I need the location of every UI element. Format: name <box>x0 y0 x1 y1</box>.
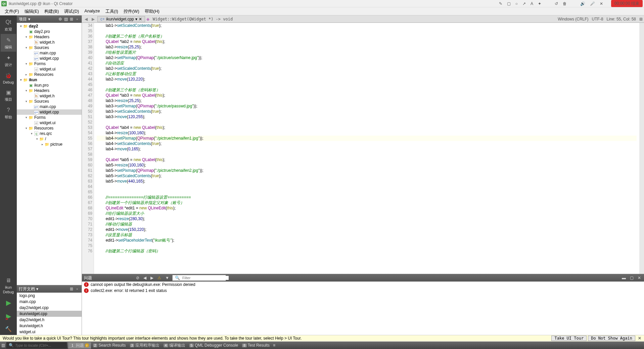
run-debug-button[interactable]: ▶🐞 <box>6 309 11 323</box>
split-icon[interactable]: ⊞ <box>69 287 74 291</box>
tree-item[interactable]: ▾res.qrc <box>17 131 82 136</box>
open-doc-item[interactable]: widget.ui <box>17 329 82 335</box>
output-tab[interactable]: 4编译输出 <box>162 342 187 349</box>
mode-项目[interactable]: ▣项目 <box>1 86 16 104</box>
pencil-icon[interactable]: ✎ <box>499 1 502 6</box>
code-editor[interactable]: 3435363738394041424344454647484950515253… <box>82 23 644 274</box>
menu-item[interactable]: 工具(I) <box>103 8 121 15</box>
tree-item[interactable]: ▾Sources <box>17 99 82 104</box>
mode-欢迎[interactable]: Qt欢迎 <box>1 16 16 34</box>
tree-item[interactable]: ▸pictrue <box>17 142 82 147</box>
tree-item[interactable]: widget.cpp <box>17 56 82 61</box>
chevron-icon[interactable]: ▾ <box>24 46 28 49</box>
tree-item[interactable]: ▾Resources <box>17 126 82 131</box>
close-panel-icon[interactable]: ▫ <box>75 17 80 21</box>
tree-item[interactable]: ikun.pro <box>17 83 82 88</box>
nav-forward-icon[interactable]: ▶ <box>90 17 96 21</box>
issue-item[interactable]: !collect2.exe: error: ld returned 1 exit… <box>82 288 644 294</box>
file-tab[interactable]: c+ ikun/widget.cpp ▾ ✕ <box>97 16 145 22</box>
menu-item[interactable]: Analyze <box>82 8 102 15</box>
warning-filter-icon[interactable]: ⚠ <box>156 276 162 280</box>
mode-帮助[interactable]: ?帮助 <box>1 104 16 122</box>
open-doc-item[interactable]: ikun/widget.h <box>17 323 82 329</box>
wand-icon[interactable]: ✦ <box>538 1 541 6</box>
tree-item[interactable]: main.cpp <box>17 50 82 56</box>
maximize-icon[interactable]: ▢ <box>629 276 635 280</box>
close-infobar-icon[interactable]: ✕ <box>638 336 641 341</box>
tree-item[interactable]: ▾/ <box>17 136 82 142</box>
output-tab[interactable]: 5QML Debugger Console <box>187 342 240 349</box>
prev-issue-icon[interactable]: ◀ <box>142 276 147 280</box>
tree-item[interactable]: ▾ikun <box>17 77 82 83</box>
next-issue-icon[interactable]: ▶ <box>149 276 154 280</box>
tree-item[interactable]: ▸Resources <box>17 72 82 77</box>
chevron-icon[interactable]: ▾ <box>24 100 28 103</box>
menu-item[interactable]: 构建(B) <box>42 8 61 15</box>
tree-item[interactable]: widget.ui <box>17 120 82 126</box>
issue-item[interactable]: !cannot open output file debug\ikun.exe:… <box>82 282 644 288</box>
menu-item[interactable]: 编辑(E) <box>22 8 42 15</box>
tree-item[interactable]: ▾Forms <box>17 115 82 120</box>
chevron-icon[interactable]: ▾ <box>19 78 23 82</box>
target-selector[interactable]: 🖥 ikun Debug <box>1 275 16 296</box>
filter-input[interactable]: 🔍 <box>172 275 226 281</box>
tree-item[interactable]: widget.h <box>17 40 82 45</box>
tree-item[interactable]: ▾Headers <box>17 34 82 40</box>
open-doc-item[interactable]: ikun/widget.cpp <box>17 311 82 317</box>
split-editor-icon[interactable]: ⊞ <box>639 17 643 21</box>
chevron-icon[interactable]: ▾ <box>24 116 28 119</box>
more-icon[interactable]: ≡ <box>273 343 275 348</box>
menu-item[interactable]: 调试(D) <box>61 8 82 15</box>
end-recording-button[interactable]: 00:00:00 结束 <box>611 0 643 7</box>
circle-icon[interactable]: ○ <box>515 1 518 6</box>
code-content[interactable]: lab1->setScaledContents(true); //创建第二个标签… <box>94 23 639 274</box>
output-tab[interactable]: 3应用程序输出 <box>128 342 162 349</box>
scrollbar[interactable] <box>639 23 644 274</box>
locator[interactable]: 🔍 <box>6 342 67 348</box>
arrow-icon[interactable]: ↗ <box>522 1 526 6</box>
square-icon[interactable]: ▢ <box>507 1 511 6</box>
project-tree[interactable]: ▾day2day2.pro▾Headerswidget.h▾Sourcesmai… <box>17 23 82 285</box>
tree-item[interactable]: ▾Headers <box>17 88 82 93</box>
tree-item[interactable]: ▾Sources <box>17 45 82 50</box>
dropdown-icon[interactable]: ▾ <box>36 287 38 291</box>
menu-item[interactable]: 帮助(H) <box>142 8 162 15</box>
sound-icon[interactable]: 🔊 <box>580 1 585 6</box>
open-doc-item[interactable]: logo.png <box>17 293 82 299</box>
mic-off-icon[interactable]: 🎤 <box>590 1 595 6</box>
output-tab[interactable]: 8Test Results <box>240 342 272 349</box>
tree-item[interactable]: ▾Forms <box>17 61 82 66</box>
tree-item[interactable]: widget.cpp <box>17 109 82 115</box>
open-doc-item[interactable]: day2/widget.cpp <box>17 305 82 311</box>
close-panel-icon[interactable]: ▫ <box>75 287 80 291</box>
toggle-sidebar-icon[interactable]: ▥ <box>1 343 5 348</box>
tree-item[interactable]: main.cpp <box>17 104 82 109</box>
filter-icon[interactable]: ⚙ <box>58 17 62 21</box>
open-doc-item[interactable]: day2/widget.h <box>17 317 82 323</box>
build-button[interactable]: 🔨 <box>1 323 16 335</box>
nav-back-icon[interactable]: ◀ <box>83 17 89 21</box>
tree-item[interactable]: day2.pro <box>17 29 82 34</box>
chevron-icon[interactable]: ▾ <box>24 89 28 92</box>
menu-item[interactable]: 文件(F) <box>2 8 22 15</box>
text-icon[interactable]: A <box>531 1 533 6</box>
tree-item[interactable]: widget.h <box>17 93 82 99</box>
undo-icon[interactable]: ↺ <box>555 1 558 6</box>
minimize-icon[interactable]: ▬ <box>621 276 627 280</box>
chevron-icon[interactable]: ▾ <box>24 62 28 65</box>
clear-icon[interactable]: ⊘ <box>135 276 140 280</box>
do-not-show-button[interactable]: Do Not Show Again <box>588 336 635 341</box>
open-doc-item[interactable]: main.cpp <box>17 299 82 305</box>
chevron-icon[interactable]: ▾ <box>24 35 28 39</box>
chevron-icon[interactable]: ▾ <box>30 132 34 135</box>
menu-item[interactable]: 控件(W) <box>121 8 142 15</box>
dropdown-icon[interactable]: ▾ <box>28 17 30 21</box>
tree-item[interactable]: ▾day2 <box>17 23 82 29</box>
mode-编辑[interactable]: ✎编辑 <box>1 34 16 52</box>
close-icon[interactable]: ✕ <box>600 1 603 6</box>
line-ending[interactable]: Windows (CRLF) <box>558 17 588 21</box>
issues-list[interactable]: !cannot open output file debug\ikun.exe:… <box>82 282 644 335</box>
output-tab[interactable]: 2Search Results <box>91 342 128 349</box>
split-icon[interactable]: ⊞ <box>69 17 74 21</box>
filter-field[interactable] <box>182 276 229 280</box>
